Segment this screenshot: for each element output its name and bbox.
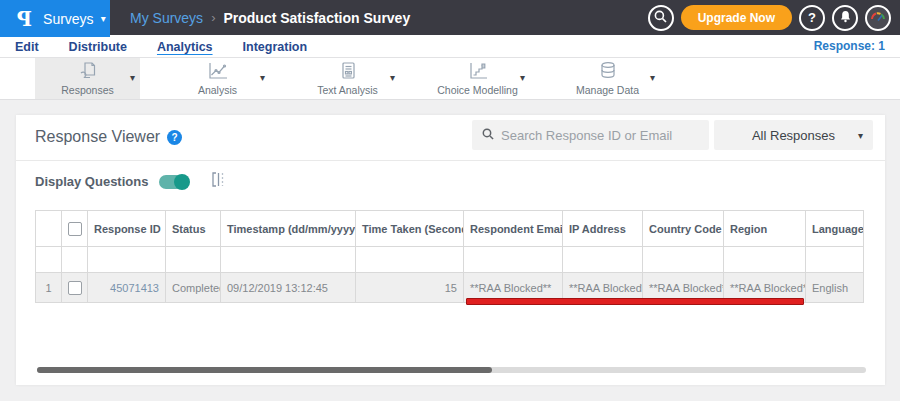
title-help-icon[interactable]: ? [167, 130, 182, 145]
search-icon [482, 126, 494, 144]
response-id-link[interactable]: 45071413 [110, 282, 159, 294]
tab-edit[interactable]: Edit [15, 39, 39, 54]
table-header-row: Response ID▼ Status Timestamp (dd/mm/yyy… [36, 211, 864, 247]
filter-cell[interactable] [806, 247, 864, 273]
breadcrumb: My Surveys › Product Satisfaction Survey [130, 10, 410, 26]
breadcrumb-my-surveys[interactable]: My Surveys [130, 10, 203, 26]
tab-distribute[interactable]: Distribute [69, 39, 127, 54]
breadcrumb-survey-title: Product Satisfaction Survey [223, 10, 410, 26]
chevron-down-icon: ▾ [101, 13, 106, 24]
page-title: Response Viewer [35, 128, 160, 146]
language-cell: English [806, 273, 864, 303]
select-all-header [62, 211, 88, 247]
chevron-down-icon[interactable]: ▾ [390, 72, 395, 83]
filter-cell[interactable] [221, 247, 356, 273]
search-icon [654, 10, 667, 26]
question-mark-icon: ? [808, 10, 816, 25]
all-responses-label: All Responses [752, 128, 835, 143]
response-search-box [472, 120, 709, 150]
toggle-knob [174, 174, 190, 190]
response-id-cell: 45071413 [88, 273, 166, 303]
search-response-input[interactable] [501, 128, 699, 143]
top-bar: P Surveys ▾ My Surveys › Product Satisfa… [0, 0, 900, 35]
column-header-country-code: Country Code [643, 211, 724, 247]
toolbar-item-responses[interactable]: Responses ▾ [35, 58, 140, 99]
page: P Surveys ▾ My Surveys › Product Satisfa… [0, 0, 900, 401]
survey-nav-tabs: Edit Distribute Analytics Integration Re… [0, 35, 900, 58]
row-number-cell: 1 [36, 273, 62, 303]
breadcrumb-separator-icon: › [211, 10, 215, 25]
toolbar-item-text-analysis[interactable]: Text Analysis ▾ [295, 58, 400, 99]
tab-analytics[interactable]: Analytics [157, 39, 213, 54]
row-checkbox[interactable] [68, 281, 82, 295]
chevron-down-icon: ▾ [858, 130, 863, 141]
upgrade-now-button[interactable]: Upgrade Now [681, 5, 792, 30]
responses-table: Response ID▼ Status Timestamp (dd/mm/yyy… [35, 210, 864, 303]
toolbar-label: Choice Modelling [437, 84, 518, 96]
filter-cell[interactable] [166, 247, 221, 273]
time-taken-cell: 15 [356, 273, 464, 303]
column-header-ip-address: IP Address [563, 211, 643, 247]
filter-cell[interactable] [724, 247, 806, 273]
panel-title-row: Response Viewer ? [35, 128, 182, 146]
status-cell: Completed [166, 273, 221, 303]
timestamp-cell: 09/12/2019 13:12:45 [221, 273, 356, 303]
column-header-respondent-email: Respondent Email [464, 211, 563, 247]
search-button[interactable] [648, 5, 674, 31]
display-questions-toggle[interactable] [159, 175, 189, 189]
chevron-down-icon[interactable]: ▾ [260, 72, 265, 83]
chevron-down-icon[interactable]: ▾ [650, 72, 655, 83]
toolbar-label: Responses [61, 84, 114, 96]
top-bar-actions: Upgrade Now ? [648, 0, 891, 35]
filter-cell[interactable] [356, 247, 464, 273]
chevron-down-icon[interactable]: ▾ [130, 72, 135, 83]
response-count: Response: 1 [814, 39, 885, 53]
filter-cell [62, 247, 88, 273]
freeze-columns-button[interactable] [210, 171, 226, 192]
toolbar-label: Analysis [198, 84, 237, 96]
bell-icon [839, 10, 852, 26]
response-viewer-panel: Response Viewer ? All Responses ▾ Displa… [16, 115, 885, 385]
choice-modelling-icon [466, 61, 490, 81]
chevron-down-icon[interactable]: ▾ [520, 72, 525, 83]
table-filter-row [36, 247, 864, 273]
red-highlight-annotation [466, 298, 804, 305]
filter-cell[interactable] [464, 247, 563, 273]
analytics-toolbar: Responses ▾ Analysis ▾ Text Analysis ▾ C… [0, 58, 900, 100]
questionpro-logo-icon: P [17, 7, 32, 31]
column-header-status: Status [166, 211, 221, 247]
toolbar-item-analysis[interactable]: Analysis ▾ [165, 58, 270, 99]
analysis-icon [206, 61, 230, 81]
tab-integration[interactable]: Integration [243, 39, 308, 54]
horizontal-scrollbar-track[interactable] [37, 367, 866, 373]
column-header-response-id[interactable]: Response ID▼ [88, 211, 166, 247]
all-responses-dropdown[interactable]: All Responses ▾ [714, 120, 873, 150]
filter-cell[interactable] [643, 247, 724, 273]
select-all-checkbox[interactable] [68, 222, 82, 236]
manage-data-icon [597, 61, 619, 81]
column-header-language: Language [806, 211, 864, 247]
notifications-button[interactable] [832, 5, 858, 31]
filter-cell [36, 247, 62, 273]
freeze-columns-icon [210, 171, 226, 192]
responses-icon [77, 61, 99, 81]
user-avatar[interactable] [865, 5, 891, 31]
toolbar-item-choice-modelling[interactable]: Choice Modelling ▾ [425, 58, 530, 99]
column-header-region: Region [724, 211, 806, 247]
toolbar-label: Text Analysis [317, 84, 378, 96]
surveys-menu-label: Surveys [43, 11, 94, 27]
toolbar-item-manage-data[interactable]: Manage Data ▾ [555, 58, 660, 99]
filter-cell[interactable] [88, 247, 166, 273]
column-header-time-taken[interactable]: Time Taken (Seconds)⇅ [356, 211, 464, 247]
toolbar-label: Manage Data [576, 84, 639, 96]
display-questions-label: Display Questions [35, 174, 148, 189]
product-logo-menu[interactable]: P Surveys ▾ [0, 0, 110, 37]
row-number-header [36, 211, 62, 247]
display-questions-row: Display Questions [35, 171, 226, 192]
filter-cell[interactable] [563, 247, 643, 273]
column-header-timestamp[interactable]: Timestamp (dd/mm/yyyy)⇅ [221, 211, 356, 247]
help-button[interactable]: ? [799, 5, 825, 31]
row-select-cell [62, 273, 88, 303]
avatar-rainbow-gauge-icon [869, 8, 887, 28]
horizontal-scrollbar-thumb[interactable] [37, 367, 492, 373]
